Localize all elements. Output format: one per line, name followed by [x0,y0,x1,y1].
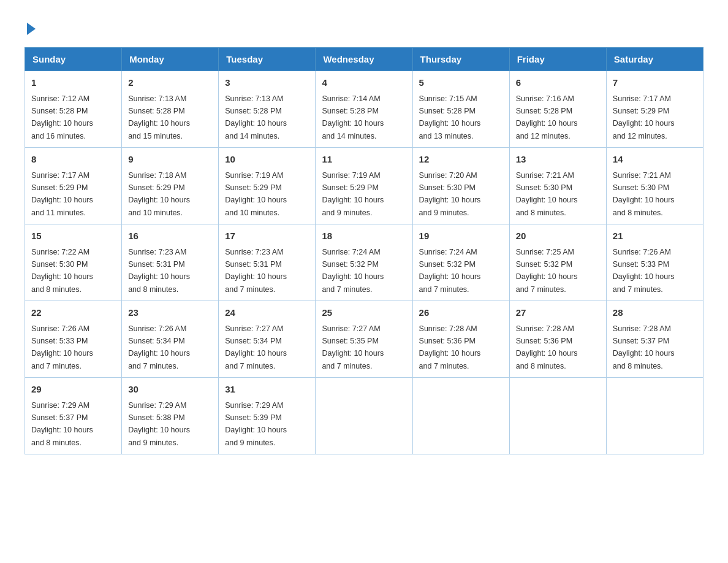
weekday-header-wednesday: Wednesday [316,48,412,71]
calendar-cell [509,378,606,454]
day-number: 19 [419,229,503,243]
day-info: Sunrise: 7:18 AMSunset: 5:29 PMDaylight:… [128,171,190,217]
calendar-cell: 3Sunrise: 7:13 AMSunset: 5:28 PMDaylight… [219,71,316,148]
calendar-cell: 19Sunrise: 7:24 AMSunset: 5:32 PMDayligh… [412,224,509,301]
calendar-cell: 25Sunrise: 7:27 AMSunset: 5:35 PMDayligh… [316,301,412,378]
calendar-week-row: 1Sunrise: 7:12 AMSunset: 5:28 PMDaylight… [25,71,703,148]
weekday-header-saturday: Saturday [606,48,703,71]
calendar-week-row: 22Sunrise: 7:26 AMSunset: 5:33 PMDayligh… [25,301,703,378]
calendar-cell: 6Sunrise: 7:16 AMSunset: 5:28 PMDaylight… [509,71,606,148]
day-number: 28 [613,306,697,320]
day-number: 13 [516,153,600,167]
calendar-cell [316,378,412,454]
calendar-cell: 22Sunrise: 7:26 AMSunset: 5:33 PMDayligh… [25,301,122,378]
weekday-header-row: SundayMondayTuesdayWednesdayThursdayFrid… [25,48,703,71]
calendar-week-row: 8Sunrise: 7:17 AMSunset: 5:29 PMDaylight… [25,148,703,224]
day-number: 1 [31,76,115,90]
calendar-cell: 9Sunrise: 7:18 AMSunset: 5:29 PMDaylight… [122,148,219,224]
day-info: Sunrise: 7:24 AMSunset: 5:32 PMDaylight:… [322,248,384,294]
day-info: Sunrise: 7:29 AMSunset: 5:37 PMDaylight:… [31,401,93,447]
calendar-cell: 12Sunrise: 7:20 AMSunset: 5:30 PMDayligh… [412,148,509,224]
calendar-cell: 13Sunrise: 7:21 AMSunset: 5:30 PMDayligh… [509,148,606,224]
day-number: 8 [31,153,115,167]
day-number: 17 [225,229,309,243]
day-info: Sunrise: 7:23 AMSunset: 5:31 PMDaylight:… [128,248,190,294]
page-header [25,18,703,35]
calendar-cell: 4Sunrise: 7:14 AMSunset: 5:28 PMDaylight… [316,71,412,148]
calendar-cell: 28Sunrise: 7:28 AMSunset: 5:37 PMDayligh… [606,301,703,378]
day-number: 31 [225,383,309,397]
day-number: 15 [31,229,115,243]
day-number: 23 [128,306,212,320]
weekday-header-tuesday: Tuesday [219,48,316,71]
day-number: 26 [419,306,503,320]
day-info: Sunrise: 7:19 AMSunset: 5:29 PMDaylight:… [322,171,384,217]
calendar-cell: 8Sunrise: 7:17 AMSunset: 5:29 PMDaylight… [25,148,122,224]
calendar-table: SundayMondayTuesdayWednesdayThursdayFrid… [25,47,703,454]
day-number: 21 [613,229,697,243]
day-number: 14 [613,153,697,167]
day-info: Sunrise: 7:15 AMSunset: 5:28 PMDaylight:… [419,94,481,140]
calendar-cell: 24Sunrise: 7:27 AMSunset: 5:34 PMDayligh… [219,301,316,378]
calendar-cell: 14Sunrise: 7:21 AMSunset: 5:30 PMDayligh… [606,148,703,224]
day-number: 25 [322,306,406,320]
day-number: 16 [128,229,212,243]
day-number: 6 [516,76,600,90]
weekday-header-monday: Monday [122,48,219,71]
weekday-header-friday: Friday [509,48,606,71]
calendar-cell: 23Sunrise: 7:26 AMSunset: 5:34 PMDayligh… [122,301,219,378]
logo [25,18,36,35]
day-info: Sunrise: 7:26 AMSunset: 5:33 PMDaylight:… [613,248,675,294]
calendar-cell: 21Sunrise: 7:26 AMSunset: 5:33 PMDayligh… [606,224,703,301]
calendar-week-row: 29Sunrise: 7:29 AMSunset: 5:37 PMDayligh… [25,378,703,454]
day-info: Sunrise: 7:17 AMSunset: 5:29 PMDaylight:… [31,171,93,217]
day-number: 10 [225,153,309,167]
day-info: Sunrise: 7:21 AMSunset: 5:30 PMDaylight:… [613,171,675,217]
day-number: 18 [322,229,406,243]
day-info: Sunrise: 7:16 AMSunset: 5:28 PMDaylight:… [516,94,578,140]
day-number: 9 [128,153,212,167]
calendar-cell: 31Sunrise: 7:29 AMSunset: 5:39 PMDayligh… [219,378,316,454]
day-info: Sunrise: 7:28 AMSunset: 5:36 PMDaylight:… [516,324,578,370]
day-info: Sunrise: 7:13 AMSunset: 5:28 PMDaylight:… [225,94,287,140]
calendar-cell: 30Sunrise: 7:29 AMSunset: 5:38 PMDayligh… [122,378,219,454]
calendar-week-row: 15Sunrise: 7:22 AMSunset: 5:30 PMDayligh… [25,224,703,301]
day-number: 5 [419,76,503,90]
day-info: Sunrise: 7:27 AMSunset: 5:35 PMDaylight:… [322,324,384,370]
calendar-cell: 11Sunrise: 7:19 AMSunset: 5:29 PMDayligh… [316,148,412,224]
day-info: Sunrise: 7:17 AMSunset: 5:29 PMDaylight:… [613,94,675,140]
day-number: 12 [419,153,503,167]
day-number: 11 [322,153,406,167]
day-number: 30 [128,383,212,397]
day-info: Sunrise: 7:24 AMSunset: 5:32 PMDaylight:… [419,248,481,294]
day-info: Sunrise: 7:25 AMSunset: 5:32 PMDaylight:… [516,248,578,294]
calendar-cell: 27Sunrise: 7:28 AMSunset: 5:36 PMDayligh… [509,301,606,378]
day-info: Sunrise: 7:20 AMSunset: 5:30 PMDaylight:… [419,171,481,217]
calendar-cell: 15Sunrise: 7:22 AMSunset: 5:30 PMDayligh… [25,224,122,301]
day-number: 22 [31,306,115,320]
day-number: 20 [516,229,600,243]
day-info: Sunrise: 7:22 AMSunset: 5:30 PMDaylight:… [31,248,93,294]
day-info: Sunrise: 7:13 AMSunset: 5:28 PMDaylight:… [128,94,190,140]
day-info: Sunrise: 7:23 AMSunset: 5:31 PMDaylight:… [225,248,287,294]
weekday-header-thursday: Thursday [412,48,509,71]
weekday-header-sunday: Sunday [25,48,122,71]
calendar-cell: 7Sunrise: 7:17 AMSunset: 5:29 PMDaylight… [606,71,703,148]
day-info: Sunrise: 7:28 AMSunset: 5:36 PMDaylight:… [419,324,481,370]
calendar-cell: 2Sunrise: 7:13 AMSunset: 5:28 PMDaylight… [122,71,219,148]
day-number: 7 [613,76,697,90]
calendar-cell: 29Sunrise: 7:29 AMSunset: 5:37 PMDayligh… [25,378,122,454]
calendar-cell: 10Sunrise: 7:19 AMSunset: 5:29 PMDayligh… [219,148,316,224]
day-info: Sunrise: 7:27 AMSunset: 5:34 PMDaylight:… [225,324,287,370]
calendar-cell: 17Sunrise: 7:23 AMSunset: 5:31 PMDayligh… [219,224,316,301]
logo-chevron-icon [27,18,36,37]
day-info: Sunrise: 7:28 AMSunset: 5:37 PMDaylight:… [613,324,675,370]
calendar-cell [606,378,703,454]
calendar-cell [412,378,509,454]
calendar-cell: 1Sunrise: 7:12 AMSunset: 5:28 PMDaylight… [25,71,122,148]
calendar-cell: 5Sunrise: 7:15 AMSunset: 5:28 PMDaylight… [412,71,509,148]
day-info: Sunrise: 7:26 AMSunset: 5:34 PMDaylight:… [128,324,190,370]
day-info: Sunrise: 7:21 AMSunset: 5:30 PMDaylight:… [516,171,578,217]
day-info: Sunrise: 7:29 AMSunset: 5:39 PMDaylight:… [225,401,287,447]
calendar-cell: 20Sunrise: 7:25 AMSunset: 5:32 PMDayligh… [509,224,606,301]
